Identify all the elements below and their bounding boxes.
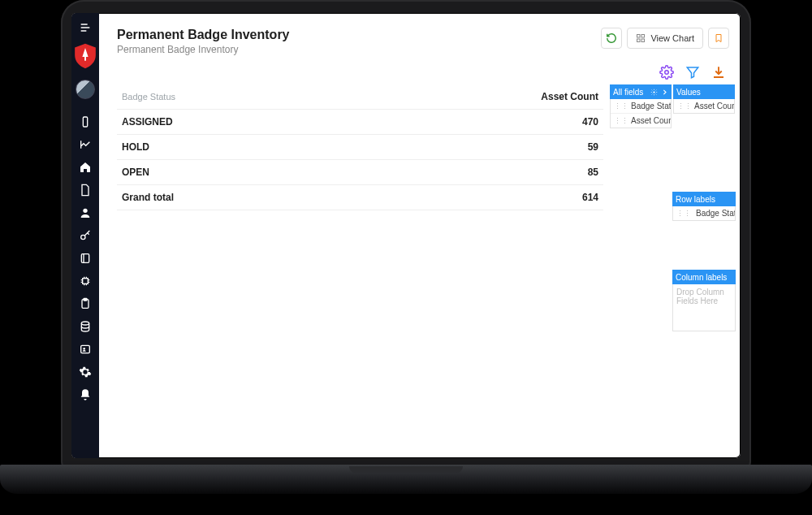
svg-rect-13 bbox=[641, 39, 645, 42]
clipboard-icon[interactable] bbox=[77, 296, 93, 312]
svg-rect-12 bbox=[637, 39, 641, 42]
gear-icon[interactable] bbox=[77, 364, 93, 380]
svg-point-7 bbox=[81, 322, 89, 325]
svg-point-9 bbox=[83, 348, 85, 350]
values-header[interactable]: Values bbox=[673, 84, 735, 99]
bell-icon[interactable] bbox=[77, 387, 93, 403]
field-item[interactable]: ⋮⋮Badge Status bbox=[611, 99, 671, 114]
download-icon[interactable] bbox=[711, 65, 726, 80]
page-title: Permanent Badge Inventory bbox=[117, 28, 290, 42]
view-chart-button[interactable]: View Chart bbox=[627, 28, 703, 49]
shield-icon[interactable] bbox=[74, 42, 97, 70]
laptop-base bbox=[0, 465, 812, 494]
page-header: Permanent Badge Inventory Permanent Badg… bbox=[99, 13, 741, 62]
laptop-mockup: Permanent Badge Inventory Permanent Badg… bbox=[0, 0, 812, 515]
view-chart-label: View Chart bbox=[650, 33, 694, 43]
svg-point-15 bbox=[653, 91, 654, 93]
chevron-right-icon[interactable] bbox=[661, 89, 668, 96]
field-item[interactable]: ⋮⋮Asset Count bbox=[611, 114, 671, 128]
toolbar bbox=[99, 62, 741, 84]
contact-icon[interactable] bbox=[77, 341, 93, 357]
field-item[interactable]: ⋮⋮Asset Count (Su... bbox=[674, 99, 734, 113]
svg-rect-11 bbox=[641, 35, 645, 38]
all-fields-header[interactable]: All fields bbox=[610, 84, 672, 99]
chip-icon[interactable] bbox=[77, 273, 93, 289]
column-header-status[interactable]: Badge Status bbox=[117, 84, 353, 110]
breadcrumb: Permanent Badge Inventory bbox=[117, 44, 290, 55]
svg-point-14 bbox=[665, 71, 669, 75]
chart-icon[interactable] bbox=[77, 136, 93, 153]
svg-point-2 bbox=[81, 235, 85, 239]
content-area: Permanent Badge Inventory Permanent Badg… bbox=[99, 13, 741, 458]
home-icon[interactable] bbox=[77, 159, 93, 175]
svg-rect-3 bbox=[81, 254, 89, 263]
pivot-field-panel: All fields ⋮⋮Badge Status ⋮⋮Asset Count bbox=[610, 84, 736, 450]
app-screen: Permanent Badge Inventory Permanent Badg… bbox=[71, 13, 741, 458]
svg-rect-10 bbox=[637, 35, 641, 38]
sidebar bbox=[71, 13, 99, 458]
svg-rect-6 bbox=[84, 298, 87, 301]
device-icon[interactable] bbox=[77, 114, 93, 130]
table-row[interactable]: OPEN 85 bbox=[117, 160, 603, 185]
svg-rect-4 bbox=[83, 279, 89, 284]
menu-icon[interactable] bbox=[77, 19, 93, 36]
user-icon[interactable] bbox=[77, 205, 93, 221]
table-total-row: Grand total 614 bbox=[117, 185, 603, 210]
avatar[interactable] bbox=[76, 80, 95, 99]
table-row[interactable]: ASSIGNED 470 bbox=[117, 110, 603, 135]
bookmark-button[interactable] bbox=[708, 28, 729, 49]
pivot-table: Badge Status Asset Count ASSIGNED 470 HO… bbox=[117, 84, 603, 450]
svg-rect-8 bbox=[81, 345, 90, 353]
database-icon[interactable] bbox=[77, 318, 93, 335]
refresh-button[interactable] bbox=[601, 28, 622, 49]
table-row[interactable]: HOLD 59 bbox=[117, 135, 603, 160]
column-labels-dropzone[interactable]: Drop Column Fields Here bbox=[672, 284, 736, 331]
field-item[interactable]: ⋮⋮ Badge Status bbox=[673, 206, 735, 220]
settings-icon[interactable] bbox=[659, 65, 674, 80]
column-labels-header[interactable]: Column labels bbox=[672, 270, 736, 284]
key-icon[interactable] bbox=[77, 227, 93, 244]
file-icon[interactable] bbox=[77, 182, 93, 198]
book-icon[interactable] bbox=[77, 250, 93, 266]
svg-rect-0 bbox=[83, 117, 87, 127]
gear-icon[interactable] bbox=[650, 89, 658, 96]
svg-point-1 bbox=[83, 209, 87, 213]
row-labels-header[interactable]: Row labels bbox=[672, 192, 736, 206]
filter-icon[interactable] bbox=[685, 65, 700, 80]
column-header-count[interactable]: Asset Count bbox=[353, 84, 603, 110]
